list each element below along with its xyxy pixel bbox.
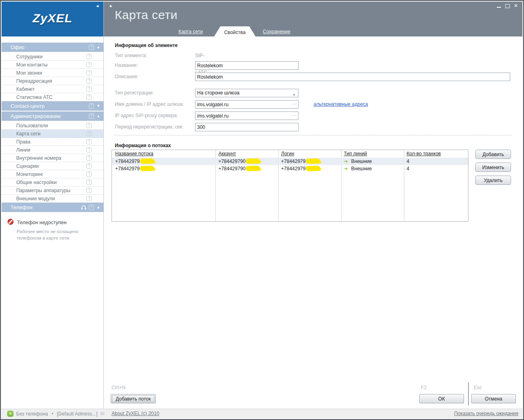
sidebar-section-phone[interactable]: Телефон?▲: [2, 203, 103, 212]
help-icon[interactable]: ?: [86, 171, 92, 177]
help-icon[interactable]: ?: [86, 70, 92, 75]
sidebar-item-my-contacts[interactable]: Мои контакты?: [2, 61, 103, 69]
sidebar-item-label: Пользователи: [16, 123, 48, 129]
help-icon[interactable]: ?: [86, 54, 92, 59]
help-icon[interactable]: ?: [86, 139, 92, 144]
sidebar-item-label: Параметры аппаратуры: [16, 188, 71, 193]
about-link[interactable]: About ZyXEL (c) 2010: [112, 411, 159, 416]
sidebar-item-external-modules[interactable]: Внешние модули?: [2, 195, 103, 203]
sidebar-item-users[interactable]: Пользователи?: [2, 122, 103, 130]
add-stream-button[interactable]: Добавить: [475, 150, 511, 159]
name-field[interactable]: [195, 61, 299, 70]
help-icon[interactable]: ?: [86, 131, 92, 136]
stream-number: +78442979: [281, 159, 305, 164]
help-icon[interactable]: ?: [89, 114, 94, 119]
help-icon[interactable]: ?: [86, 94, 92, 100]
sidebar-item-network-map[interactable]: Карта сети?: [2, 130, 103, 138]
input-wrap: ···: [195, 100, 299, 109]
help-icon[interactable]: ?: [86, 62, 92, 67]
input-wrap: [195, 61, 299, 70]
help-icon[interactable]: ?: [89, 45, 94, 50]
sip-proxy-field[interactable]: [195, 111, 299, 120]
delete-stream-button[interactable]: Удалить: [475, 176, 511, 185]
sidebar-section-contact-center[interactable]: Contact-центр?▼: [2, 101, 103, 111]
section-title-streams-info: Информация о потоках: [115, 143, 171, 148]
phone-selector-label[interactable]: Без телефона: [16, 411, 48, 417]
current-user-label: [Default Adminis...]: [57, 411, 97, 417]
column-header[interactable]: Логин: [278, 150, 341, 158]
help-icon[interactable]: ?: [86, 86, 92, 92]
section-icons: ?▲: [89, 111, 100, 121]
window-controls: ✕: [496, 3, 519, 9]
sidebar-section-label: Офис: [11, 44, 25, 50]
minimize-icon[interactable]: [496, 3, 502, 9]
ellipsis-button[interactable]: ···: [291, 101, 297, 106]
sidebar-section-office[interactable]: Офис?▲: [2, 43, 103, 52]
sidebar-item-employees[interactable]: Сотрудники?: [2, 53, 103, 61]
column-header[interactable]: Название потока: [112, 150, 215, 158]
sidebar-section-label: Contact-центр: [11, 103, 45, 109]
description-field[interactable]: [195, 73, 510, 81]
cancel-button[interactable]: Отмена: [471, 394, 516, 403]
help-icon[interactable]: ?: [86, 123, 92, 128]
column-header[interactable]: Тип линий: [341, 150, 404, 158]
column-header[interactable]: Аккаунт: [215, 150, 278, 158]
phone-status-description: Рабочее место не оснащено телефоном в ка…: [17, 229, 98, 241]
sidebar-collapse-icon[interactable]: ◄: [95, 4, 99, 8]
sidebar: ZyXEL ◄ Офис?▲Сотрудники?Мои контакты?Мо…: [2, 2, 104, 409]
help-icon[interactable]: ?: [86, 163, 92, 169]
envelope-icon[interactable]: ✉: [100, 411, 105, 417]
reregistration-period-field[interactable]: [195, 123, 299, 131]
help-icon[interactable]: ?: [86, 196, 92, 201]
sidebar-item-forwarding[interactable]: Переадресация?: [2, 77, 103, 85]
stream-action-buttons: ДобавитьИзменитьУдалить: [475, 150, 511, 189]
help-icon[interactable]: ?: [86, 180, 92, 185]
sidebar-item-pbx-statistics[interactable]: Статистика АТС?: [2, 93, 103, 101]
sidebar-item-lines[interactable]: Линии?: [2, 146, 103, 154]
edit-stream-button[interactable]: Изменить: [475, 163, 511, 172]
maximize-icon[interactable]: [505, 3, 510, 9]
help-icon[interactable]: ?: [86, 78, 92, 84]
table-header-row: Название потокаАккаунтЛогинТип линийКол-…: [112, 150, 468, 158]
add-stream-button[interactable]: Добавить поток: [111, 394, 156, 403]
sidebar-item-label: Общие настройки: [16, 180, 57, 185]
table-row[interactable]: +78442979+784429790+78442979➜Внешние4: [112, 165, 468, 172]
help-icon[interactable]: ?: [89, 205, 94, 210]
table-row[interactable]: +78442979+784429790+78442979➜Внешние4: [112, 158, 468, 165]
column-header[interactable]: Кол-во транков: [403, 150, 468, 158]
redaction-blob: [246, 166, 260, 171]
registration-type-select[interactable]: На стороне шлюза▼: [195, 89, 299, 97]
queue-link[interactable]: Показать очередь ожидания: [454, 411, 518, 416]
stream-cell: +784429790: [215, 165, 278, 172]
sidebar-item-label: Сценарии: [16, 163, 39, 169]
ok-button[interactable]: OK: [419, 394, 464, 403]
ellipsis-button[interactable]: ···: [291, 113, 297, 118]
trunk-count: 4: [406, 159, 409, 164]
tab-saving[interactable]: Сохранение: [263, 29, 290, 34]
sidebar-item-hardware-params[interactable]: Параметры аппаратуры?: [2, 186, 103, 195]
phone-selector-arrow-icon[interactable]: ▼: [51, 412, 54, 416]
help-icon[interactable]: ?: [86, 188, 92, 193]
tab-properties[interactable]: Свойства: [214, 26, 256, 36]
expand-icon[interactable]: ▼: [97, 101, 100, 111]
close-icon[interactable]: ✕: [513, 3, 519, 9]
sidebar-item-monitoring[interactable]: Мониторинг?: [2, 170, 103, 178]
header-expand-icon[interactable]: ►: [109, 4, 113, 8]
sidebar-item-scenarios[interactable]: Сценарии?: [2, 162, 103, 170]
sidebar-item-cabinet[interactable]: Кабинет?: [2, 85, 103, 93]
collapse-icon[interactable]: ▲: [97, 203, 100, 212]
help-icon[interactable]: ?: [86, 155, 92, 161]
collapse-icon[interactable]: ▲: [97, 111, 100, 121]
sidebar-item-internal-numbers[interactable]: Внутренние номера?: [2, 154, 103, 162]
gateway-domain-field[interactable]: [195, 100, 299, 109]
help-icon[interactable]: ?: [86, 147, 92, 152]
sidebar-section-administration[interactable]: Администрирование?▲: [2, 111, 103, 121]
sidebar-item-rights[interactable]: Права?: [2, 138, 103, 146]
sidebar-item-general-settings[interactable]: Общие настройки?: [2, 178, 103, 186]
alternative-addresses-link[interactable]: альтернативные адреса: [314, 101, 368, 107]
phone-connection-icon[interactable]: ✕: [7, 411, 13, 417]
collapse-icon[interactable]: ▲: [97, 43, 100, 52]
sidebar-item-my-calls[interactable]: Мои звонки?: [2, 69, 103, 77]
help-icon[interactable]: ?: [89, 103, 94, 109]
tab-network-map[interactable]: Карта сети: [178, 29, 203, 34]
